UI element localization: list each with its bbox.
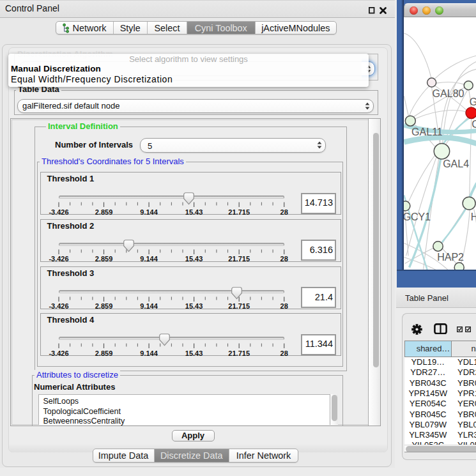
svg-text:GAL4: GAL4 [443, 158, 469, 169]
svg-text:GAL11: GAL11 [411, 126, 443, 137]
svg-text:G…: G… [469, 96, 476, 107]
svg-text:C…: C… [472, 118, 476, 130]
svg-text:GAL80: GAL80 [432, 88, 464, 99]
svg-text:GCY1: GCY1 [404, 211, 431, 222]
svg-text:HAP2: HAP2 [437, 251, 464, 263]
svg-text:H: H [470, 211, 476, 222]
